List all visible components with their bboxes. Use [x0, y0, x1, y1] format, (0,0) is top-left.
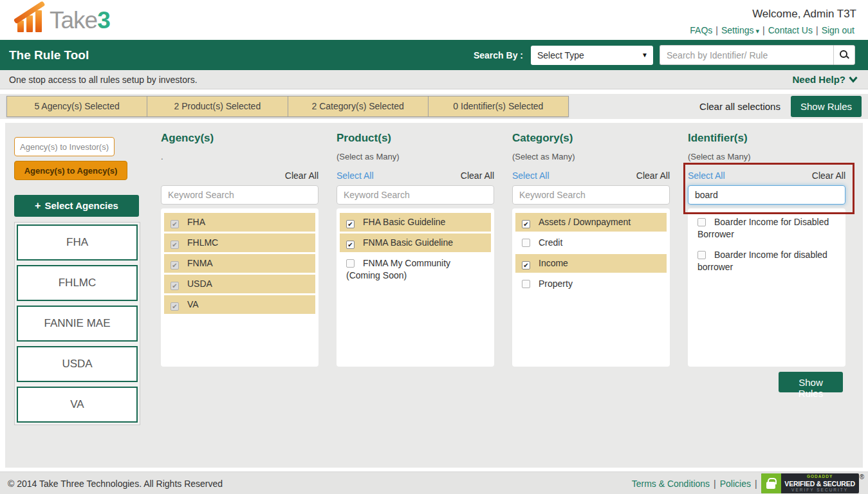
agency-quick-list: FHAFHLMCFANNIE MAEUSDAVA — [14, 222, 140, 425]
list-item[interactable]: ✔FNMA Basic Guideline — [340, 233, 491, 252]
agency-button-fannie-mae[interactable]: FANNIE MAE — [17, 306, 138, 342]
mode-button-agency-s-to-agency-s-[interactable]: Agency(s) to Agency(s) — [14, 161, 127, 180]
selection-segments: 5 Agency(s) Selected2 Product(s) Selecte… — [6, 96, 569, 117]
clear-all-link-category[interactable]: Clear All — [636, 170, 670, 181]
select-caret-icon: ▼ — [642, 51, 648, 59]
nav-link-contact-us[interactable]: Contact Us — [766, 25, 815, 35]
take3-logo[interactable]: Take3 — [17, 6, 110, 33]
list-item[interactable]: ✔FNMA — [164, 254, 315, 273]
selection-columns-area: Agency(s).Clear All✔FHA✔FHLMC✔FNMA✔USDA✔… — [145, 123, 863, 468]
top-header: Take3 Welcome, Admin T3T FAQs|Settings ▾… — [0, 0, 868, 40]
select-all-link-product[interactable]: Select All — [337, 170, 374, 181]
select-agencies-button[interactable]: +Select Agencies — [14, 195, 139, 217]
item-label: FNMA Basic Guideline — [363, 237, 453, 248]
bar-chart-logo-icon — [17, 6, 48, 33]
items-panel-category: ✔Assets / DownpaymentCredit✔IncomeProper… — [512, 208, 670, 367]
column-title-product: Product(s) — [337, 132, 494, 146]
checkbox-checked[interactable]: ✔ — [522, 220, 530, 228]
selection-segment[interactable]: 0 Identifier(s) Selected — [429, 96, 569, 116]
agency-button-usda[interactable]: USDA — [17, 346, 138, 382]
checkbox-unchecked[interactable] — [697, 251, 706, 259]
logo-text: Take3 — [50, 8, 110, 33]
search-type-select[interactable]: Select Type ▼ — [531, 46, 653, 65]
item-label: Boarder Income for disabled borrower — [697, 250, 827, 272]
list-item[interactable]: ✔VA — [164, 295, 315, 314]
keyword-search-identifier[interactable] — [688, 185, 845, 205]
nav-link-faqs[interactable]: FAQs — [688, 25, 714, 35]
list-item[interactable]: ✔Assets / Downpayment — [515, 213, 667, 232]
plus-icon: + — [35, 200, 41, 211]
keyword-search-agency[interactable] — [161, 185, 319, 205]
checkbox-checked: ✔ — [171, 282, 179, 290]
list-item[interactable]: Boarder Income for Disabled Borrower — [691, 213, 842, 244]
selection-segment[interactable]: 5 Agency(s) Selected — [7, 96, 147, 116]
list-item[interactable]: ✔FHA — [164, 213, 315, 232]
list-item[interactable]: ✔FHA Basic Guideline — [340, 213, 491, 232]
clear-all-link-agency[interactable]: Clear All — [285, 170, 319, 181]
list-item[interactable]: Boarder Income for disabled borrower — [691, 246, 842, 277]
selection-segment[interactable]: 2 Product(s) Selected — [147, 96, 288, 116]
footer-link-policies[interactable]: Policies — [720, 479, 751, 489]
column-title-category: Category(s) — [512, 132, 670, 146]
list-item[interactable]: FNMA My Community (Coming Soon) — [340, 254, 491, 285]
nav-separator: | — [761, 25, 766, 35]
search-icon — [840, 50, 850, 60]
column-category: Category(s)(Select as Many)Select AllCle… — [512, 132, 670, 468]
select-all-link-category[interactable]: Select All — [512, 170, 549, 181]
nav-link-settings[interactable]: Settings ▾ — [719, 25, 761, 35]
copyright-text: © 2014 Take Three Technologies. All Righ… — [8, 479, 223, 489]
page-title: The Rule Tool — [9, 48, 89, 62]
footer-link-terms-conditions[interactable]: Terms & Conditions — [632, 479, 710, 489]
checkbox-unchecked[interactable] — [697, 218, 706, 226]
clear-all-link-product[interactable]: Clear All — [461, 170, 494, 181]
mode-button-agency-s-to-investor-s-[interactable]: Agency(s) to Investor(s) — [14, 137, 115, 156]
footer-separator: | — [710, 479, 720, 489]
search-button[interactable] — [833, 45, 855, 65]
column-subtitle: . — [161, 152, 319, 162]
item-label: VA — [187, 299, 199, 309]
show-rules-button-bottom[interactable]: Show Rules — [779, 372, 843, 392]
checkbox-unchecked[interactable] — [522, 280, 530, 288]
item-label: Income — [539, 258, 568, 268]
badge-verified-line: VERIFIED & SECURED — [781, 480, 859, 488]
keyword-search-product[interactable] — [337, 185, 494, 205]
list-item[interactable]: Property — [515, 275, 667, 293]
checkbox-unchecked[interactable] — [522, 239, 530, 247]
items-panel-product: ✔FHA Basic Guideline✔FNMA Basic Guidelin… — [337, 208, 494, 367]
item-label: USDA — [187, 279, 212, 289]
keyword-search-category[interactable] — [512, 185, 670, 205]
column-subtitle: (Select as Many) — [512, 152, 670, 162]
chevron-down-icon — [849, 77, 858, 83]
nav-link-sign-out[interactable]: Sign out — [820, 25, 856, 35]
list-item[interactable]: ✔USDA — [164, 275, 315, 293]
items-panel-identifier: Boarder Income for Disabled BorrowerBoar… — [688, 208, 845, 367]
agency-button-fha[interactable]: FHA — [17, 224, 138, 261]
list-item[interactable]: ✔FHLMC — [164, 233, 315, 252]
caret-down-icon: ▾ — [754, 27, 760, 35]
list-item[interactable]: ✔Income — [515, 254, 667, 273]
rule-search-input[interactable] — [660, 45, 833, 65]
selection-segment[interactable]: 2 Category(s) Selected — [288, 96, 429, 116]
item-label: Credit — [539, 237, 562, 248]
need-help-toggle[interactable]: Need Help? — [792, 74, 858, 85]
checkbox-checked[interactable]: ✔ — [346, 241, 355, 249]
clear-all-selections[interactable]: Clear all selections — [699, 101, 780, 112]
footer-separator: | — [751, 479, 761, 489]
column-links-row: Clear All — [161, 170, 319, 181]
footer: © 2014 Take Three Technologies. All Righ… — [0, 471, 868, 494]
select-all-link-identifier[interactable]: Select All — [688, 170, 725, 181]
checkbox-unchecked[interactable] — [346, 259, 355, 268]
sidebar: Agency(s) to Investor(s)Agency(s) to Age… — [5, 123, 145, 468]
checkbox-checked[interactable]: ✔ — [346, 220, 355, 228]
godaddy-verified-badge[interactable]: GODADDYVERIFIED & SECUREDVERIFY SECURITY — [761, 473, 859, 493]
search-type-value: Select Type — [537, 50, 584, 60]
checkbox-checked[interactable]: ✔ — [522, 261, 530, 270]
agency-button-fhlmc[interactable]: FHLMC — [17, 265, 138, 301]
item-label: FHA Basic Guideline — [363, 217, 445, 227]
show-rules-button-top[interactable]: Show Rules — [791, 96, 862, 117]
agency-button-va[interactable]: VA — [17, 387, 138, 423]
list-item[interactable]: Credit — [515, 233, 667, 252]
clear-all-link-identifier[interactable]: Clear All — [812, 170, 845, 181]
column-title-identifier: Identifier(s) — [688, 132, 845, 146]
selection-summary-row: 5 Agency(s) Selected2 Product(s) Selecte… — [0, 94, 868, 119]
